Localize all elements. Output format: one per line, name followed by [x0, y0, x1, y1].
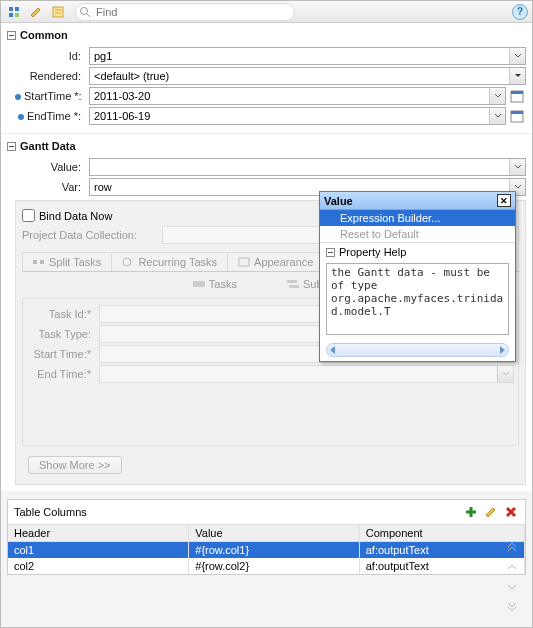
help-icon[interactable]: ? — [512, 4, 528, 20]
svg-rect-3 — [15, 13, 19, 17]
structure-icon[interactable] — [5, 3, 23, 21]
collapse-icon[interactable] — [7, 142, 16, 151]
svg-rect-12 — [511, 111, 523, 114]
common-section-header[interactable]: Common — [7, 27, 526, 45]
svg-point-7 — [81, 7, 88, 14]
svg-rect-0 — [9, 7, 13, 11]
value-context-popup: Value ✕ Expression Builder... Reset to D… — [319, 191, 516, 362]
svg-rect-13 — [33, 260, 37, 264]
chevron-down-icon[interactable] — [509, 48, 525, 64]
table-row[interactable]: col1 #{row.col1} af:outputText — [8, 542, 525, 559]
top-toolbar: ? — [1, 1, 532, 23]
bind-data-now-checkbox[interactable] — [22, 209, 35, 222]
col-header[interactable]: Value — [189, 525, 359, 542]
col-header[interactable]: Header — [8, 525, 189, 542]
split-icon — [33, 257, 45, 267]
svg-rect-17 — [193, 281, 205, 287]
tab-recurring-tasks[interactable]: Recurring Tasks — [111, 252, 228, 271]
delete-icon[interactable] — [503, 504, 519, 520]
col-header[interactable]: Component — [359, 525, 524, 542]
starttime-label: StartTime *: — [15, 90, 89, 102]
task-end-field — [99, 365, 514, 383]
reorder-arrows — [504, 539, 522, 615]
svg-rect-18 — [287, 280, 297, 283]
common-title: Common — [20, 29, 68, 41]
show-more-row: Show More >> — [28, 456, 519, 474]
chevron-down-icon[interactable] — [509, 159, 525, 175]
value-label: Value: — [15, 161, 89, 173]
move-bottom-icon[interactable] — [504, 599, 520, 615]
appearance-icon — [238, 257, 250, 267]
svg-rect-1 — [15, 7, 19, 11]
horizontal-scrollbar[interactable] — [326, 343, 509, 357]
project-data-label: Project Data Collection: — [22, 229, 162, 241]
recurring-icon — [122, 257, 134, 267]
menu-item-expression-builder[interactable]: Expression Builder... — [320, 210, 515, 226]
move-up-icon[interactable] — [504, 559, 520, 575]
gantt-title: Gantt Data — [20, 140, 76, 152]
gantt-section-header[interactable]: Gantt Data — [7, 138, 526, 156]
task-id-label: Task Id:* — [27, 308, 99, 320]
chevron-down-icon[interactable] — [489, 88, 505, 104]
rendered-label: Rendered: — [15, 70, 89, 82]
svg-rect-2 — [9, 13, 13, 17]
find-box — [75, 3, 295, 21]
svg-rect-16 — [239, 258, 249, 266]
date-picker-icon[interactable] — [508, 107, 526, 125]
svg-line-8 — [87, 14, 90, 17]
collapse-icon[interactable] — [7, 31, 16, 40]
bind-data-now-label: Bind Data Now — [39, 210, 112, 222]
edit-icon[interactable] — [483, 504, 499, 520]
starttime-field[interactable]: 2011-03-20 — [89, 87, 506, 105]
sheet-icon[interactable] — [49, 3, 67, 21]
id-label: Id: — [15, 50, 89, 62]
date-picker-icon[interactable] — [508, 87, 526, 105]
tab-split-tasks[interactable]: Split Tasks — [22, 252, 112, 271]
endtime-label: EndTime *: — [15, 110, 89, 122]
table-columns-title: Table Columns — [14, 506, 463, 518]
table-row[interactable]: col2 #{row.col2} af:outputText — [8, 558, 525, 574]
search-icon — [79, 6, 91, 18]
add-icon[interactable] — [463, 504, 479, 520]
find-input[interactable] — [75, 3, 295, 21]
show-more-button[interactable]: Show More >> — [28, 456, 122, 474]
edit-icon[interactable] — [27, 3, 45, 21]
svg-rect-14 — [40, 260, 44, 264]
move-top-icon[interactable] — [504, 539, 520, 555]
task-type-label: Task Type: — [27, 328, 99, 340]
columns-table: Header Value Component col1 #{row.col1} … — [8, 524, 525, 574]
subtab-tasks[interactable]: Tasks — [183, 276, 247, 292]
task-start-label: Start Time:* — [27, 348, 99, 360]
rendered-field[interactable]: <default> (true) — [89, 67, 526, 85]
chevron-down-icon[interactable] — [489, 108, 505, 124]
var-label: Var: — [15, 181, 89, 193]
id-field[interactable]: pg1 — [89, 47, 526, 65]
svg-point-15 — [123, 258, 131, 266]
table-columns-section: Table Columns Header Value Component col… — [7, 499, 526, 575]
svg-rect-4 — [53, 7, 63, 17]
property-help-text — [326, 263, 509, 335]
popup-property-help-header[interactable]: Property Help — [320, 242, 515, 261]
task-end-label: End Time:* — [27, 368, 99, 380]
svg-rect-10 — [511, 91, 523, 94]
popup-titlebar: Value ✕ — [320, 192, 515, 210]
move-down-icon[interactable] — [504, 579, 520, 595]
common-panel: Common Id: pg1 Rendered: <default> (true… — [1, 23, 532, 133]
close-icon[interactable]: ✕ — [497, 194, 511, 207]
chevron-down-icon — [497, 366, 513, 382]
tab-appearance[interactable]: Appearance — [227, 252, 324, 271]
subtasks-icon — [287, 279, 299, 289]
tasks-icon — [193, 279, 205, 289]
chevron-down-icon[interactable] — [509, 68, 525, 84]
menu-item-reset-default: Reset to Default — [320, 226, 515, 242]
endtime-field[interactable]: 2011-06-19 — [89, 107, 506, 125]
svg-rect-19 — [289, 285, 299, 288]
value-field[interactable] — [89, 158, 526, 176]
popup-title-text: Value — [324, 195, 497, 207]
